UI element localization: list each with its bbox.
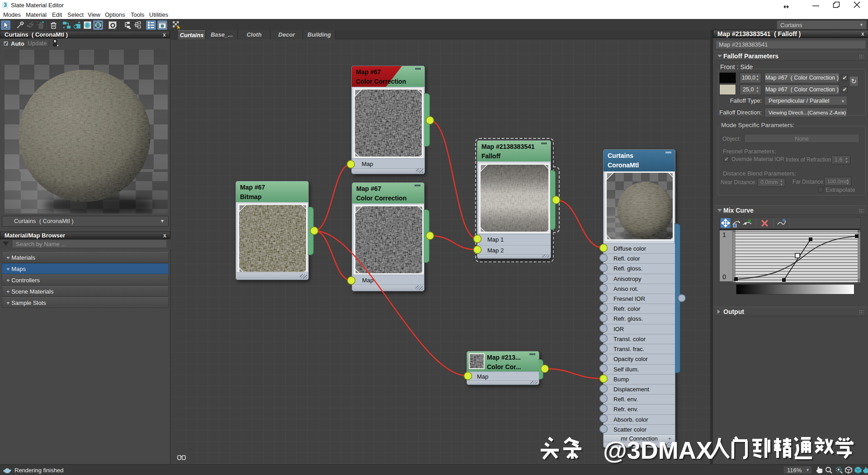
svg-text:O: O — [110, 22, 115, 29]
svg-text:@3DMAX: @3DMAX — [603, 437, 712, 464]
